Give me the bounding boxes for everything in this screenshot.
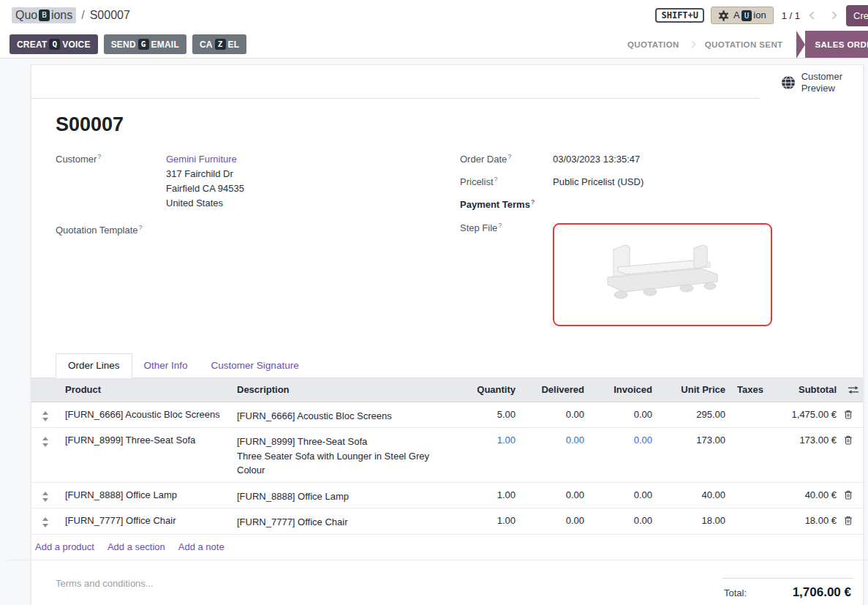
statusbar-step-sales-order[interactable]: SALES ORDER bbox=[805, 31, 868, 58]
cell-invoiced: 0.00 bbox=[590, 428, 658, 482]
chevron-right-icon bbox=[829, 11, 837, 19]
form-sheet: CustomerPreview S00007 Customer? Gemini … bbox=[31, 64, 864, 605]
optional-columns-button[interactable] bbox=[842, 378, 864, 402]
cell-invoiced: 0.00 bbox=[590, 508, 658, 534]
help-icon: ? bbox=[498, 222, 502, 229]
breadcrumb: QuoBions / S00007 bbox=[12, 7, 130, 23]
table-footer-links: Add a product Add a section Add a note bbox=[7, 535, 868, 560]
quotation-template-label: Quotation Template? bbox=[56, 223, 166, 236]
field-payment-terms[interactable]: Payment Terms? bbox=[460, 198, 839, 210]
table-row[interactable]: [FURN_7777] Office Chair [FURN_7777] Off… bbox=[31, 508, 863, 535]
add-note-link[interactable]: Add a note bbox=[178, 541, 224, 552]
delete-row-button[interactable] bbox=[842, 508, 864, 534]
customer-link[interactable]: Gemini Furniture bbox=[166, 154, 237, 165]
help-icon: ? bbox=[507, 153, 511, 160]
drag-handle-icon bbox=[42, 492, 49, 502]
globe-icon bbox=[781, 75, 796, 90]
drag-handle-icon bbox=[42, 437, 49, 447]
pricelist-value[interactable]: Public Pricelist (USD) bbox=[553, 175, 644, 189]
header-taxes[interactable]: Taxes bbox=[731, 378, 763, 402]
drag-handle[interactable] bbox=[31, 483, 59, 508]
step-file-image[interactable] bbox=[553, 223, 772, 326]
tab-order-lines[interactable]: Order Lines bbox=[56, 353, 132, 378]
field-quotation-template[interactable]: Quotation Template? bbox=[56, 223, 460, 236]
payment-terms-label: Payment Terms? bbox=[460, 198, 553, 210]
create-button[interactable]: Create bbox=[846, 5, 868, 26]
cell-subtotal: 18.00 € bbox=[763, 508, 842, 534]
header-description[interactable]: Description bbox=[231, 378, 459, 402]
address-line-2: Fairfield CA 94535 bbox=[166, 181, 244, 196]
header-product[interactable]: Product bbox=[59, 378, 231, 402]
hotkey-hint-u: U bbox=[741, 10, 752, 22]
table-row[interactable]: [FURN_8999] Three-Seat Sofa [FURN_8999] … bbox=[31, 428, 863, 483]
cell-subtotal: 173.00 € bbox=[763, 428, 842, 482]
drag-handle[interactable] bbox=[31, 428, 59, 482]
help-icon: ? bbox=[139, 224, 143, 231]
table-row[interactable]: [FURN_8888] Office Lamp [FURN_8888] Offi… bbox=[31, 483, 863, 509]
header-quantity[interactable]: Quantity bbox=[459, 378, 521, 402]
help-icon: ? bbox=[531, 198, 535, 206]
field-pricelist: Pricelist? Public Pricelist (USD) bbox=[460, 175, 839, 189]
delete-row-button[interactable] bbox=[842, 428, 864, 482]
cell-unit-price: 40.00 bbox=[658, 483, 731, 508]
cancel-button[interactable]: CAZEL bbox=[192, 34, 246, 55]
header-handle-spacer bbox=[31, 378, 59, 402]
hotkey-hint-z: Z bbox=[215, 39, 226, 50]
field-order-date: Order Date? 03/03/2023 13:35:47 bbox=[460, 152, 839, 167]
total-value: 1,706.00 € bbox=[793, 585, 851, 600]
send-email-button[interactable]: SENDGEMAIL bbox=[104, 34, 186, 55]
hotkey-hint-g: G bbox=[138, 39, 149, 50]
action-menu-button[interactable]: AUion bbox=[711, 7, 774, 25]
tab-other-info[interactable]: Other Info bbox=[132, 354, 200, 377]
header-subtotal[interactable]: Subtotal bbox=[763, 378, 842, 402]
header-unit-price[interactable]: Unit Price bbox=[658, 378, 731, 402]
table-header-row: Product Description Quantity Delivered I… bbox=[31, 378, 863, 402]
cell-unit-price: 173.00 bbox=[658, 428, 731, 482]
pricelist-label: Pricelist? bbox=[460, 175, 553, 189]
cell-unit-price: 18.00 bbox=[658, 508, 731, 534]
add-section-link[interactable]: Add a section bbox=[107, 541, 165, 552]
step-file-label: Step File? bbox=[460, 221, 553, 326]
breadcrumb-quotations[interactable]: QuoBions bbox=[12, 7, 76, 23]
trash-icon bbox=[844, 490, 853, 500]
order-lines-table: Product Description Quantity Delivered I… bbox=[31, 378, 863, 560]
field-step-file: Step File? bbox=[460, 221, 839, 326]
pager-next-button[interactable] bbox=[826, 9, 839, 22]
statusbar-step-quotation-sent[interactable]: QUOTATION SENT bbox=[695, 31, 793, 58]
cell-delivered: 0.00 bbox=[521, 508, 590, 534]
cell-invoiced: 0.00 bbox=[590, 402, 658, 428]
create-invoice-button[interactable]: CREATQVOICE bbox=[10, 34, 98, 55]
cell-subtotal: 40.00 € bbox=[763, 483, 842, 508]
drag-handle[interactable] bbox=[31, 508, 59, 534]
breadcrumb-separator: / bbox=[81, 9, 84, 22]
top-bar: QuoBions / S00007 SHIFT+U AUion 1 / 1 Cr… bbox=[0, 0, 868, 31]
table-row[interactable]: [FURN_6666] Acoustic Bloc Screens [FURN_… bbox=[31, 402, 863, 429]
drag-handle-icon bbox=[42, 411, 49, 421]
topbar-right: SHIFT+U AUion 1 / 1 Create bbox=[655, 5, 868, 26]
customer-label: Customer? bbox=[56, 152, 166, 211]
statusbar: QUOTATION QUOTATION SENT SALES ORDER bbox=[617, 31, 868, 58]
delete-row-button[interactable] bbox=[842, 402, 864, 428]
preview-row: CustomerPreview bbox=[31, 65, 863, 99]
pager-previous-button[interactable] bbox=[807, 9, 820, 22]
cell-product: [FURN_8999] Three-Seat Sofa bbox=[59, 428, 231, 482]
statusbar-step-quotation[interactable]: QUOTATION bbox=[617, 31, 690, 58]
add-product-link[interactable]: Add a product bbox=[35, 541, 94, 552]
cell-description: [FURN_6666] Acoustic Bloc Screens bbox=[231, 402, 459, 428]
delete-row-button[interactable] bbox=[842, 483, 864, 508]
order-date-label: Order Date? bbox=[460, 152, 553, 167]
header-invoiced[interactable]: Invoiced bbox=[590, 378, 658, 402]
cell-quantity: 1.00 bbox=[459, 483, 521, 508]
order-date-value[interactable]: 03/03/2023 13:35:47 bbox=[553, 152, 640, 167]
customer-preview-button[interactable]: CustomerPreview bbox=[781, 71, 842, 95]
field-customer: Customer? Gemini Furniture 317 Fairchild… bbox=[56, 152, 460, 211]
drag-handle[interactable] bbox=[31, 402, 59, 428]
cell-product: [FURN_6666] Acoustic Bloc Screens bbox=[59, 402, 231, 428]
action-label: AUion bbox=[733, 10, 766, 22]
pager-value: 1 / 1 bbox=[782, 10, 800, 21]
header-delivered[interactable]: Delivered bbox=[521, 378, 590, 402]
tab-customer-signature[interactable]: Customer Signature bbox=[200, 354, 311, 377]
cell-quantity: 1.00 bbox=[459, 428, 521, 482]
terms-input-placeholder[interactable]: Terms and conditions... bbox=[56, 578, 154, 589]
hotkey-hint-b: B bbox=[39, 10, 50, 21]
